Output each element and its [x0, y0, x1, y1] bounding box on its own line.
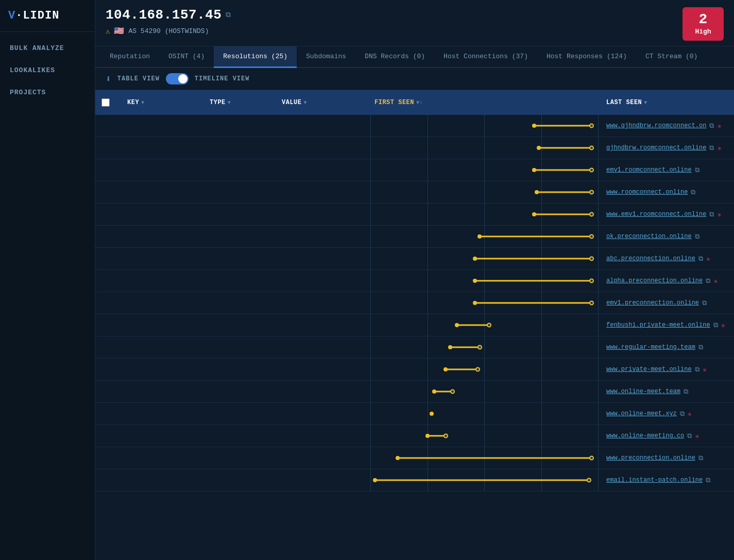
row-value-3 — [276, 189, 368, 195]
value-filter-icon[interactable]: ▼ — [304, 100, 308, 106]
tab-subdomains[interactable]: Subdomains — [297, 46, 355, 68]
domain-copy-icon-3[interactable]: ⧉ — [691, 189, 695, 196]
tab-reputation[interactable]: Reputation — [100, 46, 159, 68]
first-seen-filter-icon[interactable]: ▼↕ — [416, 100, 423, 106]
risk-label: High — [692, 28, 714, 36]
domain-link-4[interactable]: www.emv1.roomconnect.online — [606, 211, 706, 218]
domain-star-icon-7[interactable]: ✳ — [713, 277, 718, 285]
row-select-13 — [95, 411, 121, 417]
domain-copy-icon-2[interactable]: ⧉ — [695, 166, 699, 174]
domain-star-icon-13[interactable]: ✳ — [688, 410, 692, 418]
domain-star-icon-11[interactable]: ✳ — [703, 365, 707, 374]
row-type-7 — [203, 278, 276, 284]
domain-link-11[interactable]: www.private-meet.online — [606, 366, 692, 373]
copy-ip-icon[interactable]: ⧉ — [226, 11, 231, 19]
table-row: qjhndbrw.roomconnect.online⧉✳ — [95, 137, 734, 159]
table-row: ok.preconnection.online⧉ — [95, 226, 734, 248]
domain-copy-icon-8[interactable]: ⧉ — [702, 299, 707, 307]
domain-link-0[interactable]: www.qjhndbrw.roomconnect.on — [606, 122, 706, 129]
row-domain-1: qjhndbrw.roomconnect.online⧉✳ — [600, 141, 734, 156]
download-icon[interactable]: ⬇ — [106, 73, 111, 84]
tab-host-connections[interactable]: Host Connections (37) — [434, 46, 537, 68]
domain-link-15[interactable]: www.preconnection.online — [606, 454, 695, 462]
domain-copy-icon-4[interactable]: ⧉ — [709, 211, 714, 218]
row-select-7 — [95, 278, 121, 284]
domain-star-icon-9[interactable]: ✳ — [721, 321, 725, 330]
asn-row: ⚠ 🇺🇸 AS 54290 (HOSTWINDS) — [106, 26, 231, 36]
domain-copy-icon-1[interactable]: ⧉ — [709, 144, 714, 152]
th-first-seen: First Seen ▼↕ — [368, 95, 600, 110]
sidebar-nav: BULK ANALYZE LOOKALIKES PROJECTS — [0, 32, 95, 104]
domain-link-2[interactable]: emv1.roomconnect.online — [606, 166, 692, 174]
row-key-1 — [121, 145, 203, 151]
view-toggle[interactable] — [166, 73, 189, 84]
domain-link-12[interactable]: www.online-meet.team — [606, 388, 680, 395]
domain-copy-icon-7[interactable]: ⧉ — [706, 277, 710, 285]
domain-link-10[interactable]: www.regular-meeting.team — [606, 344, 695, 351]
domain-copy-icon-0[interactable]: ⧉ — [709, 122, 714, 130]
table-row: www.private-meet.online⧉✳ — [95, 359, 734, 381]
domain-star-icon-6[interactable]: ✳ — [706, 254, 710, 263]
domain-copy-icon-9[interactable]: ⧉ — [713, 321, 718, 329]
table-row: fenbushi.private-meet.online⧉✳ — [95, 314, 734, 336]
row-key-7 — [121, 278, 203, 284]
sidebar-item-lookalikes[interactable]: LOOKALIKES — [0, 59, 95, 81]
domain-link-8[interactable]: emv1.preconnection.online — [606, 299, 699, 307]
row-type-13 — [203, 411, 276, 417]
select-all-checkbox[interactable] — [101, 98, 110, 107]
domain-copy-icon-13[interactable]: ⧉ — [680, 410, 685, 418]
domain-link-14[interactable]: www.online-meeting.co — [606, 432, 684, 439]
toggle-knob — [178, 74, 187, 83]
row-type-2 — [203, 167, 276, 173]
domain-link-5[interactable]: ok.preconnection.online — [606, 233, 692, 240]
row-select-9 — [95, 322, 121, 328]
domain-star-icon-14[interactable]: ✳ — [695, 432, 699, 440]
type-filter-icon[interactable]: ▼ — [228, 100, 231, 106]
domain-star-icon-1[interactable]: ✳ — [717, 144, 721, 152]
row-value-2 — [276, 167, 368, 173]
resolutions-table: Key ▼ Type ▼ Value ▼ First Seen ▼↕ Last … — [95, 90, 734, 560]
domain-copy-icon-6[interactable]: ⧉ — [698, 255, 703, 263]
timeline-view-label: TIMELINE VIEW — [195, 75, 250, 82]
row-type-12 — [203, 388, 276, 395]
row-select-5 — [95, 233, 121, 240]
domain-copy-icon-11[interactable]: ⧉ — [695, 366, 699, 374]
table-row: www.emv1.roomconnect.online⧉✳ — [95, 203, 734, 226]
tab-resolutions[interactable]: Resolutions (25) — [214, 46, 297, 68]
row-value-12 — [276, 388, 368, 395]
domain-star-icon-0[interactable]: ✳ — [717, 122, 721, 130]
row-timeline-6 — [368, 248, 600, 269]
row-value-6 — [276, 256, 368, 262]
tab-osint[interactable]: OSINT (4) — [159, 46, 214, 68]
domain-star-icon-4[interactable]: ✳ — [717, 210, 721, 219]
row-timeline-4 — [368, 203, 600, 225]
domain-copy-icon-15[interactable]: ⧉ — [698, 454, 703, 462]
domain-copy-icon-16[interactable]: ⧉ — [706, 477, 710, 484]
domain-link-6[interactable]: abc.preconnection.online — [606, 255, 695, 262]
domain-copy-icon-12[interactable]: ⧉ — [684, 388, 688, 396]
sidebar-item-projects[interactable]: PROJECTS — [0, 81, 95, 104]
key-filter-icon[interactable]: ▼ — [141, 100, 145, 106]
domain-link-16[interactable]: email.instant-patch.online — [606, 477, 703, 484]
domain-link-3[interactable]: www.roomconnect.online — [606, 189, 688, 196]
row-type-11 — [203, 366, 276, 372]
row-value-0 — [276, 123, 368, 129]
domain-copy-icon-5[interactable]: ⧉ — [695, 233, 699, 241]
row-value-8 — [276, 300, 368, 306]
th-type: Type ▼ — [203, 95, 276, 110]
tab-dns-records[interactable]: DNS Records (0) — [355, 46, 434, 68]
sidebar-item-bulk-analyze[interactable]: BULK ANALYZE — [0, 37, 95, 59]
domain-link-9[interactable]: fenbushi.private-meet.online — [606, 321, 710, 329]
domain-link-7[interactable]: alpha.preconnection.online — [606, 277, 703, 284]
domain-copy-icon-14[interactable]: ⧉ — [687, 432, 692, 440]
row-timeline-16 — [368, 469, 600, 491]
domain-link-1[interactable]: qjhndbrw.roomconnect.online — [606, 144, 706, 151]
tab-ct-stream[interactable]: CT Stream (0) — [636, 46, 707, 68]
last-seen-filter-icon[interactable]: ▼ — [644, 100, 647, 106]
sidebar: V·LIDIN BULK ANALYZE LOOKALIKES PROJECTS — [0, 0, 95, 560]
domain-copy-icon-10[interactable]: ⧉ — [698, 344, 703, 351]
domain-link-13[interactable]: www.online-meet.xyz — [606, 410, 677, 417]
row-timeline-11 — [368, 359, 600, 380]
tab-host-responses[interactable]: Host Responses (124) — [537, 46, 636, 68]
table-row: www.online-meet.team⧉ — [95, 381, 734, 403]
